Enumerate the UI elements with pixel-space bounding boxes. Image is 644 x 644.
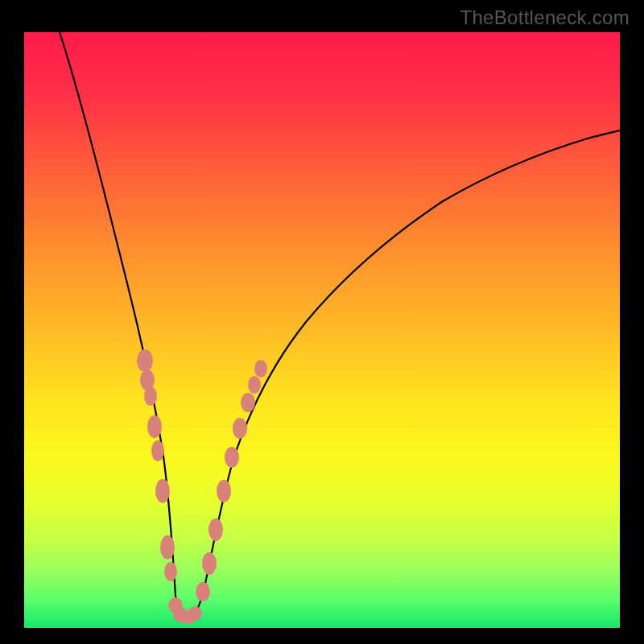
svg-point-0	[137, 349, 153, 372]
bottleneck-curve	[60, 32, 620, 620]
svg-point-7	[164, 562, 177, 581]
chart-frame: TheBottleneck.com	[0, 0, 644, 644]
svg-point-4	[151, 440, 164, 461]
svg-point-15	[217, 480, 231, 502]
svg-point-11	[188, 606, 202, 621]
svg-point-16	[225, 447, 239, 468]
plot-area	[24, 32, 620, 628]
svg-point-18	[241, 393, 255, 412]
svg-point-13	[202, 552, 217, 575]
svg-point-2	[144, 386, 157, 406]
svg-point-12	[196, 582, 210, 601]
svg-point-3	[147, 415, 162, 438]
svg-point-5	[155, 479, 170, 503]
svg-point-19	[248, 376, 261, 394]
svg-point-20	[254, 360, 267, 378]
highlighted-points	[137, 349, 267, 624]
svg-point-6	[160, 535, 175, 559]
svg-point-14	[208, 518, 223, 541]
svg-point-17	[233, 418, 247, 439]
curve-layer	[24, 32, 620, 628]
watermark-text: TheBottleneck.com	[460, 6, 630, 29]
